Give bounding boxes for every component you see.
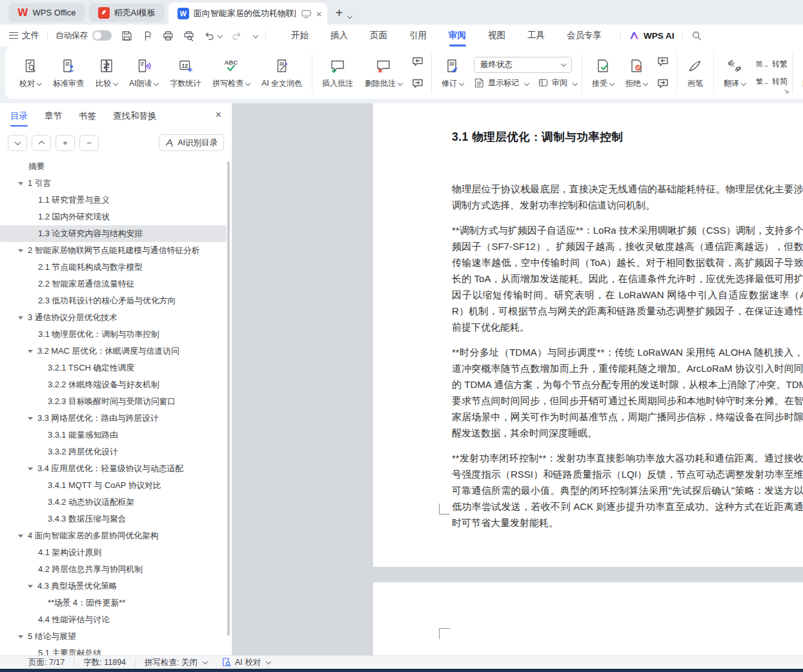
toc-item[interactable]: 3.4 应用层优化：轻量级协议与动态适配 (0, 460, 227, 477)
tab-list-chevron-icon[interactable] (347, 14, 352, 19)
toc-item[interactable]: 3.2.3 目标唤醒时间与受限访问窗口 (0, 393, 227, 410)
spellcheck-status-button[interactable]: 拼写检查: 关闭 (145, 657, 207, 668)
toc-item[interactable]: 4.3 典型场景优化策略 (0, 578, 227, 595)
menu-insert[interactable]: 插入 (320, 25, 359, 46)
ai-recognize-toc-button[interactable]: AI识别目录 (159, 134, 224, 151)
toc-item[interactable]: 3.4.2 动态协议适配框架 (0, 494, 227, 511)
toc-item[interactable]: 3.4.3 数据压缩与聚合 (0, 511, 227, 527)
ai-polish-button[interactable]: AI 全文润色 (256, 50, 307, 96)
toc-item[interactable]: **场景 4：固件更新** (0, 595, 227, 611)
word-count-button[interactable]: 12 字数统计 (165, 50, 206, 96)
save-icon[interactable] (121, 30, 133, 42)
ai-read-button[interactable]: AI朗读 (124, 50, 163, 96)
toc-item[interactable]: 2 智能家居物联网节点能耗建模与通信特征分析 (0, 242, 227, 259)
toc-item[interactable]: 3.1 物理层优化：调制与功率控制 (0, 326, 227, 343)
menu-review[interactable]: 审阅 (438, 25, 477, 46)
sidebar-tab-find-replace[interactable]: 查找和替换 (113, 103, 157, 129)
expand-arrow-icon[interactable] (18, 535, 23, 538)
tab-close-icon[interactable]: × (316, 8, 322, 19)
toc-item[interactable]: 3.2.2 休眠终端设备与好友机制 (0, 376, 227, 393)
track-changes-button[interactable]: 修订 (436, 50, 469, 96)
toc-item[interactable]: 3 通信协议分层优化技术 (0, 309, 227, 326)
toc-item[interactable]: 1.3 论文研究内容与结构安排 (0, 225, 227, 242)
print-icon[interactable] (162, 30, 174, 42)
sidebar-tab-contents[interactable]: 目录 (10, 103, 28, 129)
ai-proofread-button[interactable]: AI 校对 (221, 657, 270, 668)
tab-wps-office[interactable]: W WPS Office (8, 3, 85, 22)
toc-item[interactable]: 3.3.1 能量感知路由 (0, 427, 227, 443)
toc-item[interactable]: 2.1 节点能耗构成与数学模型 (0, 259, 227, 276)
toc-item[interactable]: 3.3 网络层优化：路由与跨层设计 (0, 410, 227, 427)
menu-member[interactable]: 会员专享 (556, 25, 613, 46)
sidebar-tab-chapters[interactable]: 章节 (45, 103, 62, 129)
document-page-8[interactable] (373, 582, 803, 655)
toc-item[interactable]: 3.2 MAC 层优化：休眠调度与信道访问 (0, 343, 227, 360)
toc-item[interactable]: 5.1 主要贡献总结 (0, 645, 227, 655)
expand-arrow-icon[interactable] (28, 585, 33, 588)
redo-icon[interactable] (230, 30, 243, 42)
autosave-toggle[interactable] (92, 30, 112, 41)
tab-session-icon[interactable] (301, 10, 311, 18)
menu-start[interactable]: 开始 (280, 25, 320, 46)
print-preview-icon[interactable] (183, 30, 195, 42)
restrict-editing-button[interactable]: 限制编辑 (797, 50, 803, 96)
proofread-button[interactable]: 校对 (14, 50, 46, 96)
next-comment-icon[interactable] (411, 77, 424, 90)
expand-arrow-icon[interactable] (28, 467, 33, 471)
toc-item[interactable]: 3.4.1 MQTT 与 CoAP 协议对比 (0, 477, 227, 494)
toc-item[interactable]: 4.1 架构设计原则 (0, 544, 227, 561)
toc-item[interactable]: 摘要 (0, 158, 227, 175)
next-change-icon[interactable] (656, 77, 669, 90)
expand-arrow-icon[interactable] (18, 249, 23, 252)
toc-next-button[interactable] (8, 135, 27, 151)
toc-collapse-button[interactable]: − (79, 135, 99, 151)
file-menu-button[interactable]: 文件 (9, 30, 39, 41)
expand-arrow-icon[interactable] (28, 417, 33, 420)
toc-item[interactable]: 1 引言 (0, 175, 227, 192)
menu-page[interactable]: 页面 (359, 25, 398, 46)
tab-document[interactable]: W 面向智能家居的低功耗物联网 × (168, 3, 327, 25)
wps-ai-button[interactable]: WPS AI (629, 30, 675, 41)
undo-button[interactable] (203, 30, 222, 42)
expand-arrow-icon[interactable] (18, 635, 23, 638)
search-icon[interactable] (691, 30, 702, 41)
toc-item[interactable]: 3.2.1 TSCH 确定性调度 (0, 360, 227, 376)
delete-comment-button[interactable]: 删除批注 (360, 50, 407, 96)
toc-previous-button[interactable] (32, 135, 51, 151)
to-traditional-button[interactable]: 简→ 转繁 (756, 59, 788, 70)
standard-review-button[interactable]: 标准审查 (48, 50, 89, 96)
reject-change-button[interactable]: 拒绝 (620, 50, 653, 96)
toc-item[interactable]: 1.2 国内外研究现状 (0, 209, 227, 225)
insert-comment-button[interactable]: 插入批注 (317, 50, 358, 96)
expand-arrow-icon[interactable] (18, 316, 23, 320)
sidebar-close-icon[interactable]: × (216, 109, 221, 121)
toc-item[interactable]: 2.2 智能家居通信流量特征 (0, 276, 227, 292)
sidebar-scrollbar[interactable] (227, 161, 230, 636)
toc-item[interactable]: 4.2 跨层信息共享与协同机制 (0, 561, 227, 578)
expand-arrow-icon[interactable] (18, 182, 23, 185)
previous-change-icon[interactable] (656, 56, 669, 68)
show-markup-button[interactable]: 显示标记 (474, 77, 529, 88)
to-simplified-button[interactable]: 繁→ 转简 (756, 76, 788, 87)
dialog-launcher-icon[interactable] (784, 88, 790, 95)
menu-view[interactable]: 视图 (477, 25, 516, 46)
brush-button[interactable]: 画笔 (682, 50, 709, 96)
quickbar-more-chevron-icon[interactable] (253, 33, 258, 38)
spell-check-button[interactable]: ABC 拼写检查 (207, 50, 255, 96)
compare-button[interactable]: 比较 (90, 50, 123, 96)
tab-docer-templates[interactable]: 稻壳AI模板 (89, 3, 165, 22)
expand-arrow-icon[interactable] (28, 350, 33, 353)
markup-state-select[interactable]: 最终状态 (474, 57, 572, 73)
accept-change-button[interactable]: 接受 (587, 50, 619, 96)
toc-item[interactable]: 2.3 低功耗设计的核心矛盾与优化方向 (0, 292, 227, 309)
toc-item[interactable]: 1.1 研究背景与意义 (0, 192, 227, 209)
export-pdf-icon[interactable] (141, 30, 154, 42)
toc-item[interactable]: 3.3.2 跨层优化设计 (0, 443, 227, 460)
menu-tools[interactable]: 工具 (516, 25, 556, 46)
toc-item[interactable]: 5 结论与展望 (0, 628, 227, 645)
sidebar-tab-bookmarks[interactable]: 书签 (79, 103, 96, 129)
document-page-7[interactable]: 3.1 物理层优化：调制与功率控制 物理层位于协议栈最底层，直接决定无线通信的基… (373, 103, 803, 567)
toc-item[interactable]: 4 面向智能家居的多层协同优化架构 (0, 527, 227, 544)
toc-expand-button[interactable]: + (56, 135, 75, 151)
menu-reference[interactable]: 引用 (398, 25, 438, 46)
